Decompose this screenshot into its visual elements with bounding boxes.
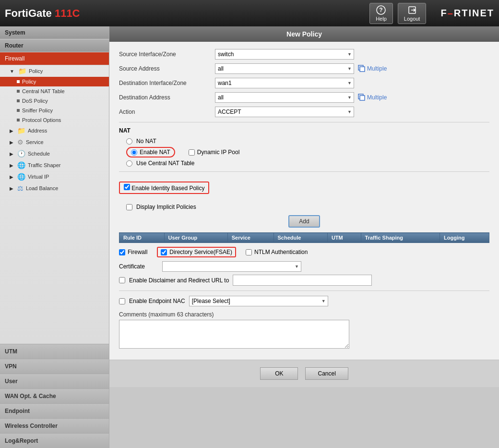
- nat-title: NAT: [119, 127, 489, 134]
- help-button[interactable]: ? Help: [369, 3, 393, 24]
- display-implicit-checkbox[interactable]: [126, 204, 132, 210]
- cancel-button[interactable]: Cancel: [305, 367, 348, 380]
- sidebar-item-vpn[interactable]: VPN: [0, 359, 109, 374]
- policy-table: Rule ID User Group Service Schedule UTM …: [119, 232, 489, 243]
- identity-policy-label: Enable Identity Based Policy: [131, 185, 204, 192]
- logout-button[interactable]: Logout: [398, 3, 427, 24]
- col-schedule: Schedule: [273, 233, 327, 243]
- use-central-nat-row: Use Central NAT Table: [126, 160, 489, 167]
- sidebar-tree-service[interactable]: ▶ ⚙ Service: [0, 136, 109, 148]
- sidebar-item-system[interactable]: System: [0, 26, 109, 39]
- sidebar-tree-policy-folder[interactable]: ▼ 📁 Policy: [0, 65, 109, 77]
- ok-button[interactable]: OK: [260, 367, 298, 380]
- firewall-checkbox[interactable]: [119, 249, 125, 255]
- source-interface-wrapper: switch wan1 internal: [215, 49, 354, 60]
- sidebar-tree-central-nat[interactable]: Central NAT Table: [0, 86, 109, 96]
- disclaimer-checkbox[interactable]: [119, 277, 125, 283]
- source-multiple-link[interactable]: Multiple: [358, 65, 387, 73]
- source-address-wrapper: all: [215, 63, 354, 74]
- certificate-label: Certificate: [119, 263, 162, 270]
- directory-service-option: Directory Service(FSAE): [157, 247, 236, 257]
- sidebar-tree-load-balance[interactable]: ▶ ⚖ Load Balance: [0, 182, 109, 194]
- auth-options: Firewall Directory Service(FSAE) NTLM Au…: [119, 247, 489, 257]
- sidebar-item-wan-opt[interactable]: WAN Opt. & Cache: [0, 388, 109, 403]
- enable-nat-row: Enable NAT Dynamic IP Pool: [126, 147, 489, 157]
- ntlm-checkbox[interactable]: [246, 249, 252, 255]
- comments-section: Comments (maximum 63 characters): [119, 311, 489, 349]
- header-actions: ? Help Logout F–RTINET: [369, 3, 494, 24]
- sidebar-tree-address[interactable]: ▶ 📁 Address: [0, 125, 109, 136]
- col-logging: Logging: [440, 233, 489, 243]
- source-interface-select[interactable]: switch wan1 internal: [215, 49, 354, 60]
- sidebar-item-firewall[interactable]: Firewall: [0, 52, 109, 65]
- svg-rect-4: [360, 67, 365, 72]
- sidebar-item-endpoint[interactable]: Endpoint: [0, 403, 109, 418]
- sidebar-item-log-report[interactable]: Log&Report: [0, 433, 109, 448]
- no-nat-radio[interactable]: [126, 138, 132, 145]
- multiple-icon: [358, 65, 366, 73]
- source-interface-row: Source Interface/Zone switch wan1 intern…: [119, 49, 489, 60]
- col-traffic-shaping: Traffic Shaping: [361, 233, 440, 243]
- action-row: Action ACCEPT DENY IPSEC: [119, 107, 489, 117]
- expand-icon: ▶: [10, 163, 13, 168]
- multiple-icon: [358, 94, 366, 101]
- sidebar-tree-sniffer[interactable]: Sniffer Policy: [0, 106, 109, 115]
- sidebar: System Router Firewall ▼ 📁 Policy Policy…: [0, 26, 109, 448]
- sidebar-tree-policy[interactable]: Policy: [0, 77, 109, 86]
- sidebar-tree-dos-policy[interactable]: DoS Policy: [0, 96, 109, 106]
- certificate-select[interactable]: [162, 261, 301, 272]
- sidebar-tree-schedule[interactable]: ▶ 🕐 Schedule: [0, 148, 109, 159]
- certificate-row: Certificate: [119, 261, 489, 272]
- col-rule-id: Rule ID: [119, 233, 165, 243]
- ntlm-label: NTLM Authentication: [254, 249, 308, 255]
- sidebar-tree-virtual-ip[interactable]: ▶ 🌐 Virtual IP: [0, 171, 109, 182]
- bullet-icon: [17, 80, 20, 83]
- sidebar-item-router[interactable]: Router: [0, 39, 109, 52]
- comments-textarea[interactable]: [119, 320, 349, 349]
- disclaimer-input[interactable]: [233, 275, 372, 286]
- sidebar-tree-traffic-shaper[interactable]: ▶ 🌐 Traffic Shaper: [0, 159, 109, 171]
- dest-interface-label: Destination Interface/Zone: [119, 80, 215, 86]
- no-nat-label: No NAT: [136, 138, 156, 145]
- sidebar-item-utm[interactable]: UTM: [0, 344, 109, 359]
- endpoint-checkbox[interactable]: [119, 298, 125, 304]
- sidebar-item-user[interactable]: User: [0, 374, 109, 388]
- col-service: Service: [227, 233, 273, 243]
- col-utm: UTM: [327, 233, 361, 243]
- balance-icon: ⚖: [17, 184, 24, 192]
- source-address-select[interactable]: all: [215, 63, 354, 74]
- button-row: OK Cancel: [109, 360, 499, 387]
- header: FortiGate 111C ? Help Logout F–RTINET: [0, 0, 499, 26]
- source-interface-control: switch wan1 internal: [215, 49, 354, 60]
- dest-multiple-link[interactable]: Multiple: [358, 94, 387, 101]
- dynamic-ip-checkbox[interactable]: [189, 149, 195, 156]
- source-address-row: Source Address all Multiple: [119, 63, 489, 74]
- table-header-row: Rule ID User Group Service Schedule UTM …: [119, 233, 489, 243]
- dest-address-select[interactable]: all: [215, 92, 354, 103]
- sidebar-tree-protocol[interactable]: Protocol Options: [0, 115, 109, 125]
- add-button[interactable]: Add: [288, 215, 320, 228]
- identity-policy-checkbox[interactable]: [124, 184, 130, 190]
- sidebar-item-wireless[interactable]: Wireless Controller: [0, 418, 109, 433]
- action-select[interactable]: ACCEPT DENY IPSEC: [215, 107, 354, 117]
- directory-service-checkbox[interactable]: [161, 249, 167, 255]
- bullet-icon: [17, 90, 20, 93]
- logout-icon: [407, 5, 417, 15]
- dest-address-wrapper: all: [215, 92, 354, 103]
- identity-section-highlighted: Enable Identity Based Policy: [119, 182, 209, 194]
- enable-nat-radio[interactable]: [131, 149, 137, 156]
- central-nat-radio[interactable]: [126, 160, 132, 167]
- add-button-container: Add: [119, 215, 489, 228]
- expand-icon: ▶: [10, 140, 13, 145]
- divider-3: [119, 291, 489, 291]
- endpoint-select-wrapper: [Please Select]: [189, 296, 328, 306]
- content-area: New Policy Source Interface/Zone switch …: [109, 26, 499, 448]
- fortinet-logo: F–RTINET: [440, 8, 494, 19]
- sidebar-bottom: UTM VPN User WAN Opt. & Cache Endpoint W…: [0, 344, 109, 448]
- endpoint-select[interactable]: [Please Select]: [189, 296, 328, 306]
- divider-2: [119, 171, 489, 172]
- table-container: Rule ID User Group Service Schedule UTM …: [119, 232, 489, 243]
- dest-interface-select[interactable]: wan1 switch internal: [215, 78, 354, 88]
- source-address-label: Source Address: [119, 65, 215, 72]
- certificate-wrapper: [162, 261, 301, 272]
